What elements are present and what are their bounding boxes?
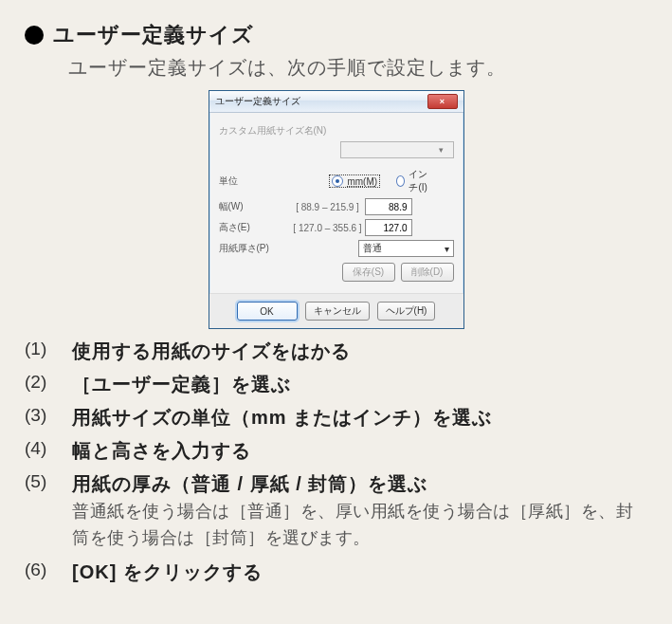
size-name-label: カスタム用紙サイズ名(N) (219, 124, 327, 138)
radio-icon (332, 175, 343, 187)
dialog-footer: OK キャンセル ヘルプ(H) (209, 293, 463, 328)
step-number: (3) (25, 405, 61, 431)
list-item: (4) 幅と高さを入力する (25, 438, 647, 464)
unit-label: 単位 (219, 174, 274, 188)
height-row: 高さ(E) [ 127.0 – 355.6 ] (219, 219, 454, 236)
save-button[interactable]: 保存(S) (342, 263, 395, 282)
thickness-select[interactable]: 普通 ▾ (358, 240, 454, 257)
section-heading: ユーザー定義サイズ (25, 21, 647, 49)
width-row: 幅(W) [ 88.9 – 215.9 ] (219, 198, 454, 215)
list-item: (2) ［ユーザー定義］を選ぶ (25, 372, 647, 397)
section-title: ユーザー定義サイズ (53, 21, 254, 49)
dialog-screenshot: ユーザー定義サイズ × カスタム用紙サイズ名(N) ▾ 単位 (25, 90, 647, 329)
height-hint: [ 127.0 – 355.6 ] (291, 223, 365, 233)
list-item: (5) 用紙の厚み（普通 / 厚紙 / 封筒）を選ぶ 普通紙を使う場合は［普通］… (25, 471, 647, 552)
step-list: (1) 使用する用紙のサイズをはかる (2) ［ユーザー定義］を選ぶ (3) 用… (25, 339, 647, 585)
size-name-select[interactable]: ▾ (340, 141, 454, 158)
help-button[interactable]: ヘルプ(H) (377, 302, 436, 321)
step-number: (4) (25, 438, 61, 464)
step-description: 普通紙を使う場合は［普通］を、厚い用紙を使う場合は［厚紙］を、封筒を使う場合は［… (72, 499, 647, 552)
step-number: (5) (25, 471, 61, 552)
width-input[interactable] (365, 198, 412, 215)
list-item: (1) 使用する用紙のサイズをはかる (25, 339, 647, 364)
unit-row: 単位 mm(M) インチ(I) (219, 168, 454, 194)
thickness-value: 普通 (363, 242, 382, 255)
close-icon: × (440, 97, 445, 106)
chevron-down-icon: ▾ (445, 244, 449, 254)
radio-icon (396, 175, 405, 187)
unit-inch-radio[interactable]: インチ(I) (396, 168, 436, 194)
dialog-title: ユーザー定義サイズ (215, 95, 300, 108)
thickness-label: 用紙厚さ(P) (219, 242, 287, 255)
dialog-titlebar: ユーザー定義サイズ × (209, 91, 463, 113)
unit-mm-radio[interactable]: mm(M) (330, 175, 379, 187)
thickness-row: 用紙厚さ(P) 普通 ▾ (219, 240, 454, 257)
ok-button[interactable]: OK (237, 302, 298, 321)
document-page: ユーザー定義サイズ ユーザー定義サイズは、次の手順で設定します。 ユーザー定義サ… (0, 0, 672, 624)
section-lead: ユーザー定義サイズは、次の手順で設定します。 (68, 55, 647, 81)
save-delete-row: 保存(S) 削除(D) (219, 263, 454, 282)
chevron-down-icon: ▾ (434, 145, 449, 155)
step-title: [OK] をクリックする (72, 560, 647, 585)
step-title: 用紙の厚み（普通 / 厚紙 / 封筒）を選ぶ (72, 471, 647, 497)
user-defined-size-dialog: ユーザー定義サイズ × カスタム用紙サイズ名(N) ▾ 単位 (209, 90, 464, 329)
bullet-icon (25, 26, 44, 45)
step-title: 用紙サイズの単位（mm またはインチ）を選ぶ (72, 405, 647, 431)
step-number: (1) (25, 339, 61, 364)
dialog-body: カスタム用紙サイズ名(N) ▾ 単位 mm(M) (209, 113, 463, 293)
step-title: ［ユーザー定義］を選ぶ (72, 372, 647, 397)
list-item: (6) [OK] をクリックする (25, 560, 647, 585)
unit-inch-label: インチ(I) (409, 168, 436, 194)
width-label: 幅(W) (219, 200, 291, 213)
delete-button[interactable]: 削除(D) (401, 263, 454, 282)
size-name-row: カスタム用紙サイズ名(N) ▾ (219, 124, 454, 158)
close-button[interactable]: × (427, 94, 458, 109)
width-hint: [ 88.9 – 215.9 ] (291, 202, 365, 212)
list-item: (3) 用紙サイズの単位（mm またはインチ）を選ぶ (25, 405, 647, 431)
height-input[interactable] (365, 219, 412, 236)
step-number: (2) (25, 372, 61, 397)
cancel-button[interactable]: キャンセル (305, 302, 370, 321)
height-label: 高さ(E) (219, 221, 291, 234)
step-title: 使用する用紙のサイズをはかる (72, 339, 647, 364)
unit-mm-label: mm(M) (347, 176, 377, 187)
step-title: 幅と高さを入力する (72, 438, 647, 464)
step-number: (6) (25, 560, 61, 585)
